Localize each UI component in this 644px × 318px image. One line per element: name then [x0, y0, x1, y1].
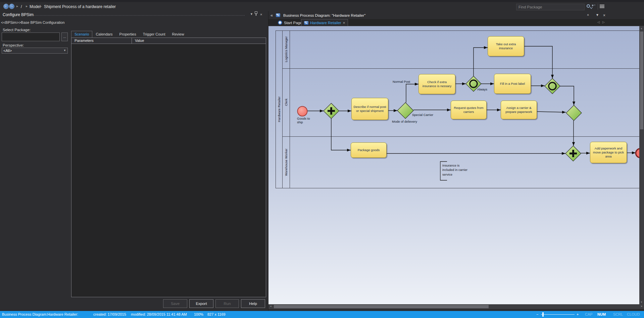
browse-button[interactable]: ...	[61, 33, 68, 41]
close-icon[interactable]: ×	[260, 12, 262, 16]
pin-icon[interactable]	[256, 13, 256, 16]
task-check-if-extra-insurance[interactable]: Check if extra insurance is nessary	[418, 74, 455, 94]
task-package-goods[interactable]: Package goods	[351, 142, 387, 158]
zoom-slider-track[interactable]	[541, 314, 575, 315]
task-take-out-extra-insurance[interactable]: Take out extra insurance	[488, 36, 524, 56]
chevron-icon: ▶	[98, 5, 99, 8]
back-icon: ←	[4, 4, 8, 8]
bpsim-configuration-label: <<BPSim>>Base BPSim Configuration	[1, 20, 65, 24]
indicator-num-lock: NUM	[597, 311, 606, 318]
select-package-label: Select Package:	[3, 28, 31, 32]
lane-divider	[282, 136, 644, 137]
task-describe-post-or-special[interactable]: Describe if normal post or special shipm…	[351, 98, 388, 120]
horizontal-scrollbar-thumb[interactable]	[274, 305, 489, 308]
diagram-title: Business Process Diagram: "Hardware Reta…	[283, 13, 365, 17]
search-icon[interactable]	[587, 4, 590, 8]
edge-label-normal-post: Normal Post	[393, 80, 410, 83]
expand-up-icon[interactable]: «	[586, 14, 590, 16]
back-button[interactable]: ←	[3, 4, 9, 9]
diagram-panel: « Business Process Diagram: "Hardware Re…	[268, 11, 644, 311]
breadcrumb-root[interactable]: /	[21, 4, 22, 9]
task-add-paperwork[interactable]: Add paperwork and move package to pick a…	[590, 142, 627, 163]
find-package-input[interactable]	[516, 4, 585, 10]
status-size: 827 x 1169	[207, 311, 226, 318]
scroll-up-icon[interactable]: ▲	[640, 27, 643, 29]
export-button[interactable]: Export	[189, 299, 213, 308]
tab-start-page[interactable]: Start Page	[275, 19, 305, 26]
panel-title: Configure BPSim	[3, 12, 34, 17]
tab-scenario[interactable]: Scenario	[71, 31, 92, 38]
run-button[interactable]: Run	[215, 299, 239, 308]
perspective-value: <All>	[3, 49, 12, 53]
task-assign-carrier[interactable]: Assign a carrier & prepare paperwork	[501, 101, 537, 119]
breadcrumb-bar: ← → ▶ / ▶ Model ▶ Shipment Process of a …	[0, 2, 644, 11]
chevron-icon: ▶	[26, 5, 28, 8]
diagram-icon	[304, 21, 308, 25]
lane-strip-divider	[290, 30, 290, 188]
breadcrumb-package[interactable]: Shipment Process of a hardware retailer	[44, 4, 116, 9]
chevron-icon: ▶	[40, 5, 42, 8]
hamburger-menu-icon[interactable]	[600, 5, 604, 9]
menu-dropdown-icon[interactable]: ▼	[596, 13, 599, 17]
diagram-icon	[276, 13, 280, 17]
save-button[interactable]: Save	[163, 299, 187, 308]
tab-trigger-count[interactable]: Trigger Count	[140, 31, 169, 38]
start-event-label: Goods to ship	[297, 117, 314, 124]
column-parameters[interactable]: Parameters	[71, 38, 132, 44]
forward-button[interactable]: →	[9, 4, 14, 9]
model-search-icon[interactable]	[592, 5, 596, 9]
breadcrumb-model[interactable]: Model	[30, 4, 41, 9]
scroll-left-icon[interactable]: ◄	[269, 305, 272, 307]
chevron-down-icon: ▼	[63, 48, 66, 53]
column-value[interactable]: Value	[132, 38, 266, 44]
start-page-icon	[278, 20, 282, 25]
edge-label-always: Always	[477, 87, 487, 91]
help-button[interactable]: Help	[241, 299, 265, 308]
lane-label-clerk: Clerk	[284, 99, 288, 106]
tab-properties[interactable]: Properties	[116, 31, 140, 38]
task-request-quotes[interactable]: Request quotes from carriers	[451, 101, 487, 119]
lane-label-logistics-manager: Logistics Manager	[284, 36, 288, 62]
zoom-in-icon[interactable]: +	[577, 311, 579, 318]
tab-hardware-retailer[interactable]: Hardware Retailer ×	[301, 19, 348, 26]
close-icon[interactable]: ×	[603, 13, 605, 18]
configure-bpsim-panel: Configure BPSim ▼ × <<BPSim>>Base BPSim …	[0, 11, 268, 311]
indicator-cloud: CLOUD	[627, 311, 640, 318]
tab-review[interactable]: Review	[169, 31, 188, 38]
parameters-table-body[interactable]	[71, 44, 266, 297]
scenario-content: Parameters Value	[71, 38, 266, 297]
title-separator	[34, 15, 245, 16]
pool-label: Hardware Retailer	[277, 97, 281, 122]
scroll-down-icon[interactable]: ▼	[640, 301, 643, 303]
status-modified: modified: 28/09/2015 11:41:48 AM	[131, 311, 187, 318]
diagram-canvas[interactable]: Hardware Retailer Logistics Manager Cler…	[268, 26, 644, 304]
tab-calendars[interactable]: Calendars	[92, 31, 116, 38]
panel-menu-icon[interactable]: ▼	[250, 12, 253, 16]
perspective-select[interactable]: <All> ▼	[2, 48, 68, 54]
indicator-caps-lock: CAP	[585, 311, 593, 318]
find-package-wrap	[516, 4, 585, 10]
zoom-slider-thumb[interactable]	[542, 312, 544, 317]
lane-label-warehouse-worker: Warehouse Worker	[284, 148, 288, 176]
task-fill-in-post-label[interactable]: Fill in a Post label	[494, 74, 531, 94]
collapse-left-icon[interactable]: «	[270, 13, 273, 18]
divider	[598, 4, 598, 10]
parameters-table-header: Parameters Value	[71, 38, 266, 44]
diagram-header: « Business Process Diagram: "Hardware Re…	[268, 12, 644, 19]
close-tab-icon[interactable]: ×	[343, 21, 345, 25]
pool-name-divider	[282, 30, 283, 188]
indicator-scroll-lock: SCRL	[613, 311, 623, 318]
application-window: ← → ▶ / ▶ Model ▶ Shipment Process of a …	[0, 0, 644, 318]
select-package-input[interactable]	[2, 33, 60, 41]
hardware-retailer-tab-label: Hardware Retailer	[310, 21, 341, 25]
zoom-out-icon[interactable]: −	[536, 311, 538, 318]
gateway-label-mode-of-delivery: Mode of delievery	[392, 120, 417, 123]
forward-icon: →	[10, 4, 13, 8]
scroll-right-icon[interactable]: ►	[641, 305, 643, 307]
annotation-text[interactable]: Insurance is included in carrier service	[442, 163, 468, 177]
tab-scroll-left-icon[interactable]: ◁	[597, 20, 600, 24]
horizontal-scrollbar[interactable]: ◄ ►	[268, 304, 644, 309]
vertical-scrollbar[interactable]: ▲ ▼	[639, 26, 644, 304]
tab-scroll-right-icon[interactable]: ▷	[602, 20, 605, 24]
vertical-scrollbar-thumb[interactable]	[640, 31, 643, 129]
